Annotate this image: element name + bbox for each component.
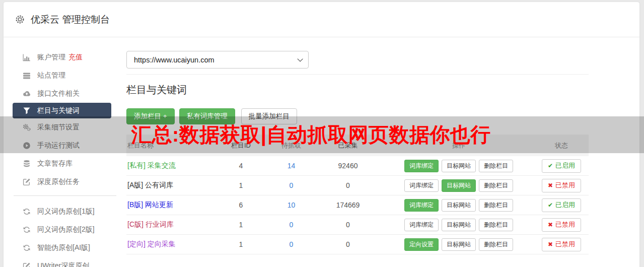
- sidebar-item-label: 栏目与关键词: [37, 106, 80, 115]
- sidebar-item-label: 接口文件相关: [37, 89, 80, 98]
- target-site-button[interactable]: 目标网站: [442, 179, 476, 192]
- sidebar-item-interface-files[interactable]: 接口文件相关: [4, 85, 126, 103]
- sidebar-item-label: UWriter深度原创: [37, 261, 89, 267]
- private-thesaurus-button[interactable]: 私有词库管理: [179, 108, 235, 124]
- content-divider: [126, 74, 589, 75]
- check-icon: ✔: [548, 162, 553, 169]
- toolbar: 添加栏目 + 私有词库管理 批量添加栏目: [126, 108, 589, 124]
- pending-count-link[interactable]: 0: [290, 221, 294, 229]
- sidebar-item-collect-settings[interactable]: 采集细节设置: [4, 118, 126, 137]
- sidebar-item-label: 采集细节设置: [37, 123, 80, 132]
- cross-icon: ✖: [548, 182, 553, 189]
- sidebar-item-article-cache[interactable]: 文章暂存库: [4, 155, 126, 173]
- status-badge[interactable]: ✖已禁用: [542, 179, 581, 192]
- sidebar-item-deep-original-task[interactable]: 深度原创任务: [4, 173, 126, 191]
- cross-icon: ✖: [548, 221, 553, 228]
- columns-table: 栏目名称 栏目ID 待抓取 已采集 操作 状态 [私有] 采集交流 4 14 9…: [126, 135, 589, 254]
- column-name-link[interactable]: [A版] 公有词库: [127, 181, 173, 189]
- cross-icon: ✖: [548, 241, 553, 248]
- collected-count: 0: [313, 181, 383, 189]
- status-badge[interactable]: ✔已启用: [542, 159, 581, 173]
- table-row: [私有] 采集交流 4 14 92460 词库绑定 目标网站 删除栏目 ✔已启用: [126, 156, 589, 176]
- refresh-icon: [23, 226, 31, 234]
- pending-count-link[interactable]: 10: [288, 201, 296, 209]
- sidebar-item-sites[interactable]: 站点管理: [4, 66, 126, 85]
- pending-count-link[interactable]: 0: [290, 181, 294, 189]
- page-title: 栏目与关键词: [126, 83, 589, 97]
- table-row: [B版] 网站更新 6 10 174669 词库绑定 目标网站 删除栏目 ✔已启…: [126, 195, 589, 215]
- delete-column-button[interactable]: 删除栏目: [479, 199, 513, 212]
- column-name-link[interactable]: [私有] 采集交流: [127, 161, 176, 169]
- sidebar-item-account[interactable]: 账户管理 充值: [4, 48, 126, 66]
- app-header: 优采云 管理控制台: [4, 2, 639, 37]
- status-badge[interactable]: ✔已启用: [542, 198, 581, 212]
- sidebar-item-synonym-v2[interactable]: 同义词伪原创[2版]: [4, 221, 126, 239]
- sidebar-item-ai-original[interactable]: 智能伪原创[AI版]: [4, 239, 126, 257]
- app-title: 优采云 管理控制台: [31, 13, 110, 26]
- content-area: https://www.ucaiyun.com 栏目与关键词 添加栏目 + 私有…: [126, 37, 589, 267]
- target-site-button[interactable]: 目标网站: [442, 199, 476, 212]
- column-id: 1: [212, 181, 270, 189]
- sidebar-item-label: 手动运行测试: [37, 141, 80, 150]
- chevron-down-icon: [297, 56, 303, 61]
- cloud-upload-icon: [23, 90, 31, 98]
- directional-settings-button[interactable]: 定向设置: [404, 238, 439, 251]
- target-site-button[interactable]: 目标网站: [442, 160, 476, 172]
- sidebar-item-uwriter[interactable]: UWriter深度原创: [4, 257, 126, 267]
- column-id: 4: [212, 162, 270, 170]
- add-column-button[interactable]: 添加栏目 +: [126, 108, 175, 124]
- thesaurus-bind-button[interactable]: 词库绑定: [404, 219, 439, 231]
- target-site-button[interactable]: 目标网站: [442, 238, 476, 251]
- site-select[interactable]: https://www.ucaiyun.com: [126, 51, 309, 69]
- sidebar-item-label: 深度原创任务: [37, 177, 80, 186]
- status-badge[interactable]: ✖已禁用: [542, 218, 581, 232]
- collected-count: 92460: [313, 162, 383, 170]
- header-id: 栏目ID: [212, 141, 270, 150]
- collected-count: 0: [313, 221, 383, 229]
- column-name-link[interactable]: [C版] 行业词库: [127, 220, 174, 228]
- refresh-icon: [23, 208, 31, 216]
- database-icon: [23, 160, 31, 168]
- gear-icon: [15, 14, 25, 25]
- delete-column-button[interactable]: 删除栏目: [479, 179, 513, 192]
- pending-count-link[interactable]: 0: [290, 240, 294, 248]
- thesaurus-bind-button[interactable]: 词库绑定: [404, 160, 439, 172]
- header-collected: 已采集: [313, 141, 383, 150]
- column-name-link[interactable]: [B版] 网站更新: [127, 201, 173, 209]
- delete-column-button[interactable]: 删除栏目: [479, 238, 513, 251]
- status-badge[interactable]: ✖已禁用: [542, 238, 581, 251]
- collected-count: 174669: [313, 201, 383, 209]
- thesaurus-bind-button[interactable]: 词库绑定: [404, 199, 439, 212]
- target-site-button[interactable]: 目标网站: [442, 219, 476, 231]
- sidebar-item-label: 同义词伪原创[2版]: [37, 225, 95, 234]
- bar-chart-icon: [23, 53, 31, 61]
- edit-icon: [23, 262, 31, 267]
- funnel-icon: [23, 107, 31, 115]
- main-card: 优采云 管理控制台 账户管理 充值 站点管理 接口文件相关 栏目与关键词: [3, 2, 640, 267]
- header-name: 栏目名称: [126, 141, 212, 150]
- thesaurus-bind-button[interactable]: 词库绑定: [404, 179, 439, 192]
- recharge-link[interactable]: 充值: [68, 53, 83, 62]
- sidebar-item-label: 站点管理: [37, 71, 65, 80]
- delete-column-button[interactable]: 删除栏目: [479, 160, 513, 172]
- sidebar: 账户管理 充值 站点管理 接口文件相关 栏目与关键词 采集细节设置: [4, 37, 126, 267]
- site-list-icon: [23, 72, 31, 80]
- table-row: [A版] 公有词库 1 0 0 词库绑定 目标网站 删除栏目 ✖已禁用: [126, 176, 589, 195]
- table-row: [C版] 行业词库 1 0 0 词库绑定 目标网站 删除栏目 ✖已禁用: [126, 215, 589, 235]
- column-id: 1: [212, 221, 270, 229]
- column-name-link[interactable]: [定向] 定向采集: [127, 240, 176, 248]
- edit-icon: [23, 178, 31, 186]
- sidebar-item-columns-keywords[interactable]: 栏目与关键词: [13, 103, 111, 118]
- header-pending: 待抓取: [270, 141, 313, 150]
- sidebar-item-manual-test[interactable]: 手动运行测试: [4, 137, 126, 155]
- sidebar-item-label: 智能伪原创[AI版]: [37, 243, 90, 252]
- table-header: 栏目名称 栏目ID 待抓取 已采集 操作 状态: [126, 135, 589, 156]
- pending-count-link[interactable]: 14: [288, 162, 296, 170]
- check-icon: ✔: [548, 202, 553, 209]
- batch-add-button[interactable]: 批量添加栏目: [241, 108, 297, 124]
- sidebar-item-label: 账户管理: [37, 53, 65, 62]
- delete-column-button[interactable]: 删除栏目: [479, 219, 513, 231]
- site-select-value: https://www.ucaiyun.com: [134, 56, 214, 64]
- sidebar-item-label: 同义词伪原创[1版]: [37, 207, 95, 216]
- sidebar-item-synonym-v1[interactable]: 同义词伪原创[1版]: [4, 203, 126, 221]
